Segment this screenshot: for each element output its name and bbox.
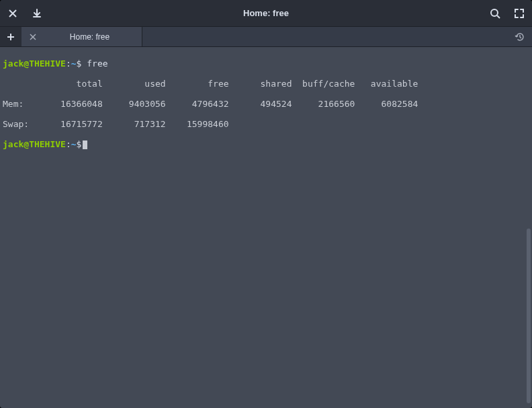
prompt-user: jack xyxy=(3,58,24,69)
prompt-host: THEHIVE xyxy=(29,58,66,69)
new-tab-button[interactable] xyxy=(0,27,21,46)
search-icon[interactable] xyxy=(489,7,501,19)
command-text: free xyxy=(87,58,107,69)
close-icon[interactable] xyxy=(7,7,19,19)
tabbar-spacer xyxy=(142,27,508,46)
titlebar[interactable]: Home: free xyxy=(0,0,532,27)
download-icon[interactable] xyxy=(31,7,43,19)
prompt-path: ~ xyxy=(71,58,77,69)
tab-label: Home: free xyxy=(44,32,135,42)
svg-point-0 xyxy=(491,9,498,16)
tab-close-icon[interactable] xyxy=(28,32,38,42)
scrollbar-thumb[interactable] xyxy=(527,229,531,403)
terminal-viewport[interactable]: jack@THEHIVE:~$ free total used free sha… xyxy=(0,47,532,408)
output-row-mem: Mem: 16366048 9403056 4796432 494524 216… xyxy=(3,99,529,109)
output-header: total used free shared buff/cache availa… xyxy=(3,79,529,89)
history-icon[interactable] xyxy=(508,27,532,46)
fullscreen-icon[interactable] xyxy=(513,7,525,19)
terminal-window: Home: free Home: free jack@THEHIVE:~$ fr… xyxy=(0,0,532,408)
prompt-line-2: jack@THEHIVE:~$ xyxy=(3,139,529,149)
output-row-swap: Swap: 16715772 717312 15998460 xyxy=(3,119,529,129)
window-title: Home: free xyxy=(0,8,532,18)
tab-home-free[interactable]: Home: free xyxy=(21,27,142,46)
cursor xyxy=(83,140,87,149)
tabbar: Home: free xyxy=(0,27,532,47)
prompt-line-1: jack@THEHIVE:~$ free xyxy=(3,58,529,69)
